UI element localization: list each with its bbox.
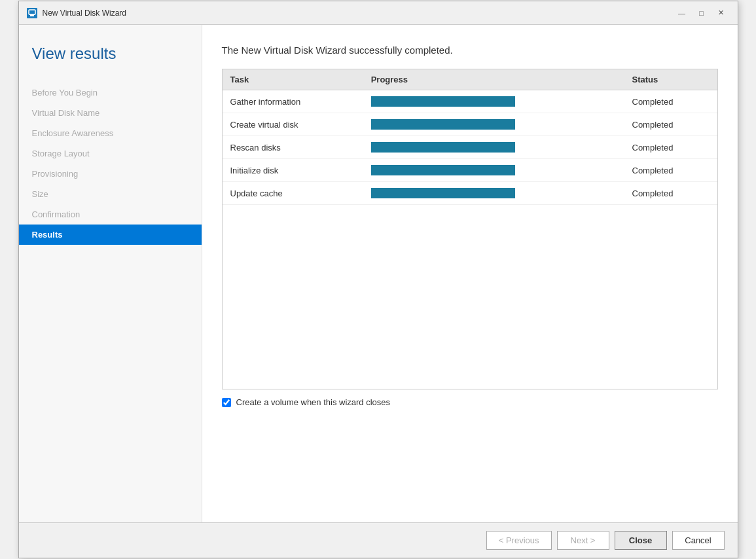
col-progress: Progress (363, 69, 624, 90)
table-body: Gather informationCompletedCreate virtua… (223, 90, 717, 205)
table-row: Initialize diskCompleted (223, 159, 717, 182)
checkbox-row: Create a volume when this wizard closes (222, 397, 718, 407)
status-cell: Completed (624, 136, 717, 159)
footer: < Previous Next > Close Cancel (19, 522, 738, 558)
progress-bar-fill (371, 188, 515, 198)
close-button[interactable]: Close (615, 531, 667, 550)
app-icon (27, 8, 37, 18)
task-cell: Gather information (223, 90, 363, 113)
task-cell: Update cache (223, 182, 363, 205)
progress-cell (363, 136, 624, 159)
cancel-button[interactable]: Cancel (672, 531, 725, 550)
table-row: Rescan disksCompleted (223, 136, 717, 159)
svg-rect-0 (29, 10, 35, 14)
sidebar-nav-item: Storage Layout (19, 143, 202, 164)
table-row: Create virtual diskCompleted (223, 113, 717, 136)
progress-bar-container (371, 165, 515, 175)
table-row: Gather informationCompleted (223, 90, 717, 113)
progress-bar-container (371, 96, 515, 107)
sidebar-nav-item: Virtual Disk Name (19, 103, 202, 123)
status-cell: Completed (624, 182, 717, 205)
sidebar-nav-item[interactable]: Results (19, 225, 202, 245)
main-area: The New Virtual Disk Wizard successfully… (202, 25, 738, 522)
nav-items: Before You BeginVirtual Disk NameEnclosu… (19, 82, 202, 245)
col-task: Task (223, 69, 363, 90)
progress-cell (363, 182, 624, 205)
results-table: Task Progress Status Gather informationC… (223, 69, 717, 205)
next-button[interactable]: Next > (557, 531, 609, 550)
previous-button[interactable]: < Previous (486, 531, 552, 550)
sidebar: View results Before You BeginVirtual Dis… (19, 25, 202, 522)
titlebar-left: New Virtual Disk Wizard (27, 8, 126, 18)
col-status: Status (624, 69, 717, 90)
progress-cell (363, 90, 624, 113)
progress-bar-fill (371, 119, 515, 130)
close-window-button[interactable]: ✕ (713, 7, 730, 20)
progress-bar-fill (371, 165, 515, 175)
sidebar-nav-item: Enclosure Awareness (19, 123, 202, 143)
sidebar-nav-item: Confirmation (19, 204, 202, 225)
status-cell: Completed (624, 90, 717, 113)
titlebar-controls: — □ ✕ (674, 7, 730, 20)
titlebar: New Virtual Disk Wizard — □ ✕ (19, 1, 738, 25)
status-cell: Completed (624, 113, 717, 136)
maximize-button[interactable]: □ (693, 7, 710, 20)
progress-bar-container (371, 142, 515, 153)
sidebar-nav-item: Size (19, 184, 202, 204)
sidebar-nav-item: Before You Begin (19, 82, 202, 103)
completion-message: The New Virtual Disk Wizard successfully… (222, 45, 718, 56)
task-cell: Initialize disk (223, 159, 363, 182)
minimize-button[interactable]: — (674, 7, 691, 20)
progress-cell (363, 113, 624, 136)
page-title: View results (19, 38, 202, 82)
results-table-container: Task Progress Status Gather informationC… (222, 69, 718, 389)
progress-cell (363, 159, 624, 182)
progress-bar-fill (371, 142, 515, 153)
table-header-row: Task Progress Status (223, 69, 717, 90)
svg-rect-2 (29, 14, 35, 15)
main-content: View results Before You BeginVirtual Dis… (19, 25, 738, 522)
table-row: Update cacheCompleted (223, 182, 717, 205)
wizard-window: New Virtual Disk Wizard — □ ✕ View resul… (18, 1, 738, 558)
status-cell: Completed (624, 159, 717, 182)
window-title: New Virtual Disk Wizard (43, 9, 126, 18)
task-cell: Rescan disks (223, 136, 363, 159)
sidebar-nav-item: Provisioning (19, 164, 202, 184)
task-cell: Create virtual disk (223, 113, 363, 136)
create-volume-checkbox[interactable] (222, 398, 231, 407)
progress-bar-container (371, 188, 515, 198)
svg-rect-1 (30, 15, 34, 16)
create-volume-label[interactable]: Create a volume when this wizard closes (236, 397, 391, 407)
progress-bar-fill (371, 96, 515, 107)
progress-bar-container (371, 119, 515, 130)
